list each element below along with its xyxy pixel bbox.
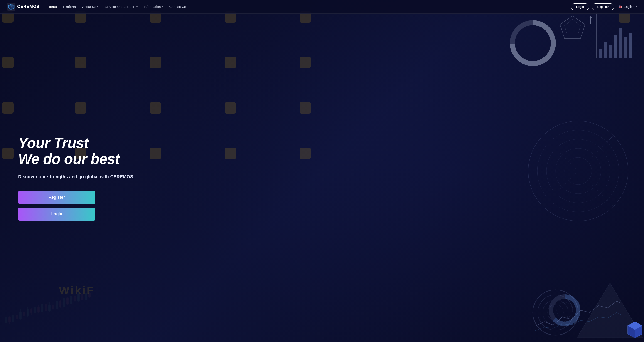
- svg-line-78: [153, 152, 156, 153]
- flag-icon: 🇺🇸: [618, 5, 622, 9]
- svg-line-18: [228, 16, 230, 17]
- watermark-icon: [150, 102, 161, 114]
- hero-login-button[interactable]: Login: [18, 208, 95, 220]
- svg-line-11: [80, 16, 83, 17]
- svg-line-15: [156, 16, 158, 17]
- nav-contact-us[interactable]: Contact Us: [169, 5, 186, 9]
- svg-line-82: [228, 152, 230, 153]
- svg-line-51: [8, 107, 10, 108]
- svg-line-42: [228, 62, 230, 63]
- svg-line-55: [80, 107, 83, 108]
- cube-corner-icon: [626, 319, 644, 342]
- svg-line-112: [609, 137, 612, 140]
- hero-content: Your Trust We do our best Discover our s…: [0, 122, 151, 221]
- nav-home[interactable]: Home: [48, 5, 57, 9]
- svg-rect-98: [614, 35, 617, 58]
- svg-line-6: [6, 16, 8, 17]
- svg-line-50: [6, 107, 8, 108]
- radial-wheel-graphic: [526, 119, 630, 223]
- chevron-down-icon: ▾: [136, 6, 138, 8]
- svg-line-30: [6, 62, 8, 63]
- language-selector[interactable]: 🇺🇸 English ▾: [618, 5, 637, 9]
- svg-line-63: [230, 107, 233, 108]
- ceremos-logo-icon: [7, 3, 16, 11]
- wikif-watermark: WikiF: [59, 284, 95, 296]
- watermark-icon: [2, 102, 14, 114]
- pentagon-graphic: [558, 14, 587, 43]
- hero-subtitle: Discover our strengths and go global wit…: [18, 173, 133, 180]
- svg-line-7: [8, 16, 10, 17]
- svg-line-19: [230, 16, 233, 17]
- svg-rect-99: [618, 28, 622, 58]
- logo[interactable]: CEREMOS: [7, 3, 40, 11]
- watermark-icon: [225, 57, 236, 68]
- svg-line-79: [156, 152, 158, 153]
- register-button[interactable]: Register: [592, 4, 614, 10]
- nav-about-us[interactable]: About Us ▾: [82, 5, 98, 9]
- svg-line-62: [228, 107, 230, 108]
- watermark-icon: [2, 57, 14, 68]
- svg-point-121: [557, 302, 572, 318]
- donut-chart: [508, 18, 558, 68]
- svg-line-10: [78, 16, 80, 17]
- chevron-down-icon: ▾: [97, 6, 98, 8]
- navbar-left: CEREMOS Home Platform About Us ▾ Service…: [7, 3, 186, 11]
- hero-register-button[interactable]: Register: [18, 191, 95, 204]
- chevron-down-icon: ▾: [636, 6, 637, 8]
- hero-title-line1: Your Trust: [18, 135, 133, 151]
- svg-line-83: [230, 152, 233, 153]
- svg-marker-92: [564, 19, 580, 35]
- watermark-icon: [150, 148, 161, 159]
- language-label: English: [624, 5, 634, 9]
- nav-service-support[interactable]: Service and Support ▾: [104, 5, 138, 9]
- watermark-icon: [225, 148, 236, 159]
- svg-line-59: [156, 107, 158, 108]
- svg-rect-96: [604, 42, 607, 58]
- navbar-right: Login Register 🇺🇸 English ▾: [571, 4, 637, 10]
- watermark-icon: [75, 102, 86, 114]
- svg-line-14: [153, 16, 156, 17]
- svg-line-34: [78, 62, 80, 63]
- bar-chart-graphic: [592, 13, 637, 63]
- nav-platform[interactable]: Platform: [63, 5, 76, 9]
- hero-graphic-area: ↑: [258, 0, 644, 342]
- svg-line-39: [156, 62, 158, 63]
- brand-name: CEREMOS: [17, 4, 40, 9]
- watermark-icon: [75, 57, 86, 68]
- pie-chart-graphic: [546, 292, 583, 328]
- svg-rect-101: [628, 33, 632, 58]
- svg-line-58: [153, 107, 156, 108]
- watermark-icon: [150, 57, 161, 68]
- nav-links: Home Platform About Us ▾ Service and Sup…: [48, 5, 186, 9]
- svg-rect-97: [608, 46, 612, 58]
- hero-buttons: Register Login: [18, 191, 95, 220]
- svg-line-31: [8, 62, 10, 63]
- svg-rect-95: [598, 49, 602, 58]
- nav-information[interactable]: Information ▾: [144, 5, 163, 9]
- svg-rect-100: [624, 38, 627, 58]
- navbar: CEREMOS Home Platform About Us ▾ Service…: [0, 0, 644, 14]
- watermark-icon: [225, 102, 236, 114]
- svg-line-54: [78, 107, 80, 108]
- svg-line-43: [230, 62, 233, 63]
- hero-title-line2: We do our best: [18, 151, 133, 167]
- chevron-down-icon: ▾: [162, 6, 163, 8]
- login-button[interactable]: Login: [571, 4, 589, 10]
- hero-section: WikiF ↑: [0, 0, 644, 342]
- svg-line-38: [153, 62, 156, 63]
- svg-line-35: [80, 62, 83, 63]
